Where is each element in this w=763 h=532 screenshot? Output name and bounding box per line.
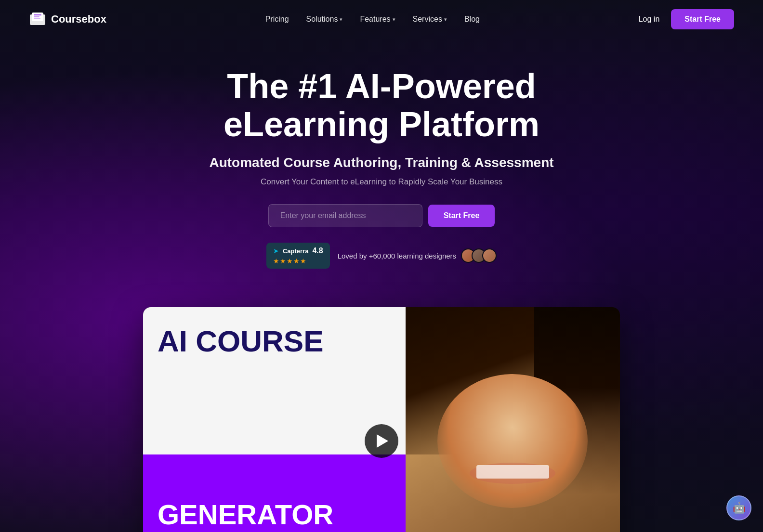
hero-subheadline: Automated Course Authoring, Training & A…	[10, 155, 753, 170]
logo-text: Coursebox	[51, 13, 106, 26]
svg-rect-4	[34, 18, 40, 19]
nav-item-services[interactable]: Services ▾	[413, 15, 447, 24]
social-proof: ➤ Capterra 4.8 ★★★★★ Loved by +60,000 le…	[10, 243, 753, 269]
nav-actions: Log in Start Free	[639, 9, 734, 29]
capterra-label: Capterra	[283, 247, 308, 255]
video-left: AI COURSE GENERATOR	[143, 307, 406, 532]
hero-headline: The #1 AI-Powered eLearning Platform	[189, 67, 574, 143]
capterra-icon: ➤	[273, 247, 279, 255]
start-free-hero-button[interactable]: Start Free	[428, 205, 495, 227]
email-input[interactable]	[268, 204, 422, 227]
video-title-bottom: GENERATOR	[143, 454, 406, 532]
email-form: Start Free	[10, 204, 753, 227]
chevron-down-icon: ▾	[393, 16, 395, 23]
svg-rect-2	[34, 14, 41, 15]
play-icon	[377, 434, 388, 448]
nav-item-blog[interactable]: Blog	[464, 15, 480, 24]
video-container[interactable]: AI COURSE GENERATOR	[143, 307, 620, 532]
nav-links: Pricing Solutions ▾ Features ▾ Services …	[265, 15, 480, 24]
loved-text: Loved by +60,000 learning designers	[338, 248, 497, 263]
svg-rect-3	[34, 16, 39, 17]
start-free-nav-button[interactable]: Start Free	[671, 9, 734, 29]
video-title-top: AI COURSE	[158, 326, 391, 356]
chevron-down-icon: ▾	[340, 16, 342, 23]
capterra-stars: ★★★★★	[273, 257, 307, 265]
navbar: Coursebox Pricing Solutions ▾ Features ▾	[0, 0, 763, 39]
chatbot-icon: 🤖	[733, 502, 746, 514]
capterra-score: 4.8	[312, 247, 323, 255]
avatar	[482, 248, 497, 263]
nav-item-solutions[interactable]: Solutions ▾	[306, 15, 343, 24]
logo[interactable]: Coursebox	[29, 11, 106, 28]
nav-item-pricing[interactable]: Pricing	[265, 15, 289, 24]
hero-section: The #1 AI-Powered eLearning Platform Aut…	[0, 39, 763, 307]
avatar-group	[461, 248, 497, 263]
video-title-bottom-text: GENERATOR	[158, 501, 333, 529]
video-section: AI COURSE GENERATOR	[0, 307, 763, 532]
hero-body: Convert Your Content to eLearning to Rap…	[10, 177, 753, 187]
capterra-badge: ➤ Capterra 4.8 ★★★★★	[266, 243, 330, 269]
login-button[interactable]: Log in	[639, 15, 660, 24]
chevron-down-icon: ▾	[444, 16, 447, 23]
play-button[interactable]	[365, 424, 398, 458]
nav-item-features[interactable]: Features ▾	[360, 15, 395, 24]
logo-icon	[29, 11, 46, 28]
video-content: AI COURSE GENERATOR	[143, 307, 620, 532]
chatbot-button[interactable]: 🤖	[726, 495, 751, 520]
video-right	[406, 307, 620, 532]
